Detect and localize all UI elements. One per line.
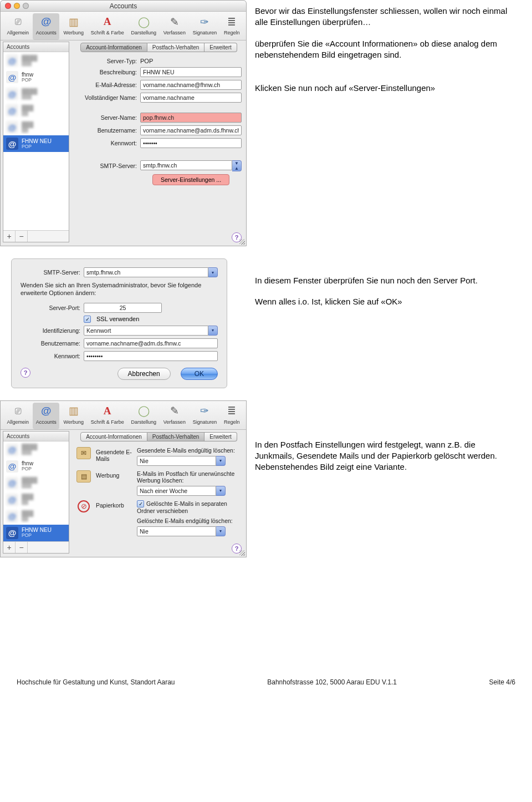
remove-account-button[interactable]: − xyxy=(16,542,28,553)
accounts-window-mailbox: ⎚Allgemein @Accounts ▥Werbung ASchrift &… xyxy=(0,400,247,557)
toolbar-fonts[interactable]: ASchrift & Farbe xyxy=(88,403,127,429)
auth-label: Identifizierung: xyxy=(21,327,80,334)
resize-handle-icon[interactable] xyxy=(239,239,245,245)
password-field[interactable] xyxy=(140,138,242,148)
servername-field[interactable] xyxy=(140,113,242,123)
chevron-down-icon[interactable]: ▾ xyxy=(216,526,226,536)
sidebar-account-fhnw[interactable]: @fhnwPOP xyxy=(3,69,69,85)
toolbar-composing[interactable]: ✎Verfassen xyxy=(160,403,188,429)
sent-delete-combo[interactable]: ▾ xyxy=(137,456,226,466)
toolbar-viewing[interactable]: ◯Darstellung xyxy=(128,403,159,429)
footer-mid: Bahnhofstrasse 102, 5000 Aarau EDU V.1.1 xyxy=(267,678,397,686)
chevron-down-icon[interactable]: ▾ xyxy=(216,456,226,466)
sidebar-account[interactable]: @███████ xyxy=(3,85,69,102)
chevron-down-icon[interactable]: ▾ xyxy=(216,486,226,496)
password-label: Kennwort: xyxy=(76,140,137,146)
sent-delete-label: Gesendete E-Mails endgültig löschen: xyxy=(137,447,242,454)
toolbar-general[interactable]: ⎚Allgemein xyxy=(4,13,32,40)
chevron-down-icon[interactable]: ▼▲ xyxy=(232,160,242,171)
trash-delete-combo[interactable]: ▾ xyxy=(137,526,226,536)
trash-label: Papierkorb xyxy=(96,500,132,509)
sidebar-account[interactable]: @███████ xyxy=(3,52,69,69)
sidebar-account[interactable]: @█████ xyxy=(3,508,69,525)
window-titlebar: Accounts xyxy=(1,1,246,12)
smtp-field[interactable] xyxy=(84,267,208,277)
sent-label: Gesendete E-Mails xyxy=(96,447,132,462)
toolbar-signatures[interactable]: ✑Signaturen xyxy=(190,13,219,40)
fullname-field[interactable] xyxy=(140,93,242,103)
smtp-combo[interactable]: ▾ xyxy=(84,267,218,277)
mailbox-behaviors-pane: Account-Informationen Postfach-Verhalten… xyxy=(71,430,246,557)
trash-delete-label: Gelöschte E-Mails endgültig löschen: xyxy=(137,517,242,524)
password-label: Kennwort: xyxy=(21,353,80,359)
tab-mailbox-behaviors[interactable]: Postfach-Verhalten xyxy=(147,43,205,52)
username-field[interactable] xyxy=(140,125,242,135)
accounts-sidebar: Accounts @███████ @fhnwPOP @███████ @███… xyxy=(3,431,69,554)
junk-delete-label: E-Mails im Postfach für unerwünschte Wer… xyxy=(137,470,242,484)
tab-advanced[interactable]: Erweitert xyxy=(204,432,237,441)
tab-advanced[interactable]: Erweitert xyxy=(204,43,237,52)
servername-label: Server-Name: xyxy=(76,114,137,121)
sidebar-account[interactable]: @███████ xyxy=(3,475,69,491)
footer-left: Hochschule für Gestaltung und Kunst, Sta… xyxy=(17,678,175,686)
sidebar-account[interactable]: @█████ xyxy=(3,102,69,119)
chevron-down-icon[interactable]: ▾ xyxy=(208,326,218,336)
help-icon[interactable]: ? xyxy=(21,368,30,378)
toolbar-rules[interactable]: ≣Regeln xyxy=(221,403,243,429)
ok-button[interactable]: OK xyxy=(181,368,218,380)
add-account-button[interactable]: + xyxy=(3,542,16,553)
toolbar-accounts[interactable]: @Accounts xyxy=(33,403,59,429)
remove-account-button[interactable]: − xyxy=(16,231,28,242)
junk-delete-field[interactable] xyxy=(137,486,216,496)
tab-account-info[interactable]: Account-Informationen xyxy=(80,432,147,441)
description-label: Beschreibung: xyxy=(76,69,137,75)
tab-account-info[interactable]: Account-Informationen xyxy=(80,43,147,52)
sidebar-account[interactable]: @███████ xyxy=(3,441,69,458)
serverport-field[interactable] xyxy=(84,303,162,313)
resize-handle-icon[interactable] xyxy=(239,550,245,556)
description-field[interactable] xyxy=(140,67,242,77)
toolbar-accounts[interactable]: @Accounts xyxy=(33,13,59,40)
toolbar-fonts[interactable]: ASchrift & Farbe xyxy=(88,13,127,40)
sidebar-header: Accounts xyxy=(3,432,69,441)
sidebar-account[interactable]: @█████ xyxy=(3,491,69,508)
ssl-checkbox[interactable]: ✓ xyxy=(84,316,91,323)
sent-mailbox-icon: ✉ xyxy=(76,447,91,459)
sidebar-account-selected[interactable]: @FHNW NEUPOP xyxy=(3,525,69,541)
instruction-text: Bevor wir das Einstellungsfenster schlie… xyxy=(247,0,532,104)
auth-combo[interactable]: ▾ xyxy=(84,326,218,336)
toolbar-signatures[interactable]: ✑Signaturen xyxy=(190,403,219,429)
trash-delete-field[interactable] xyxy=(137,526,216,536)
toolbar-composing[interactable]: ✎Verfassen xyxy=(160,13,188,40)
cancel-button[interactable]: Abbrechen xyxy=(117,368,171,380)
username-field[interactable] xyxy=(84,338,218,348)
email-field[interactable] xyxy=(140,80,242,90)
sidebar-account-selected[interactable]: @FHNW NEUPOP xyxy=(3,135,69,152)
add-account-button[interactable]: + xyxy=(3,231,16,242)
password-field[interactable] xyxy=(84,351,218,361)
toolbar-viewing[interactable]: ◯Darstellung xyxy=(128,13,159,40)
smtp-label: SMTP-Server: xyxy=(76,163,137,169)
toolbar-junk[interactable]: ▥Werbung xyxy=(60,403,86,429)
trash-folder-label: Gelöschte E-Mails in separaten Ordner ve… xyxy=(137,500,227,514)
toolbar-general[interactable]: ⎚Allgemein xyxy=(4,403,32,429)
server-settings-button[interactable]: Server-Einstellungen ... xyxy=(152,174,229,185)
junk-mailbox-icon: ▤ xyxy=(76,470,91,483)
toolbar-rules[interactable]: ≣Regeln xyxy=(221,13,243,40)
instruction-text: In diesem Fenster überprüfen Sie nun noc… xyxy=(247,251,532,318)
junk-delete-combo[interactable]: ▾ xyxy=(137,486,226,496)
auth-field[interactable] xyxy=(84,326,208,336)
smtp-field[interactable] xyxy=(140,160,232,170)
serverport-label: Server-Port: xyxy=(21,304,80,311)
sidebar-account-fhnw[interactable]: @fhnwPOP xyxy=(3,458,69,475)
tab-mailbox-behaviors[interactable]: Postfach-Verhalten xyxy=(147,432,205,441)
trash-icon: ⊘ xyxy=(78,500,90,512)
admin-note: Wenden Sie sich an Ihren Systemadministr… xyxy=(21,282,218,297)
sent-delete-field[interactable] xyxy=(137,456,216,466)
toolbar-junk[interactable]: ▥Werbung xyxy=(60,13,86,40)
trash-folder-checkbox[interactable]: ✓ xyxy=(137,500,144,507)
smtp-label: SMTP-Server: xyxy=(21,269,80,276)
chevron-down-icon[interactable]: ▾ xyxy=(208,267,218,277)
sidebar-account[interactable]: @█████ xyxy=(3,119,69,135)
smtp-combo[interactable]: ▼▲ xyxy=(140,160,242,171)
